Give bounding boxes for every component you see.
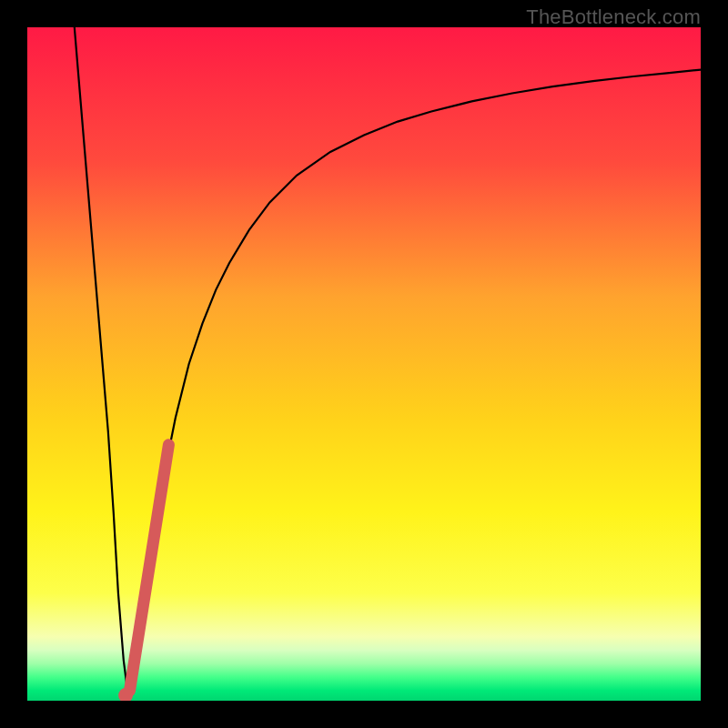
watermark-text: TheBottleneck.com — [526, 5, 701, 29]
chart-frame: TheBottleneck.com — [0, 0, 728, 728]
bottleneck-curve — [75, 27, 701, 697]
plot-area — [27, 27, 701, 701]
curve-layer — [27, 27, 701, 701]
highlight-segment — [129, 445, 168, 691]
